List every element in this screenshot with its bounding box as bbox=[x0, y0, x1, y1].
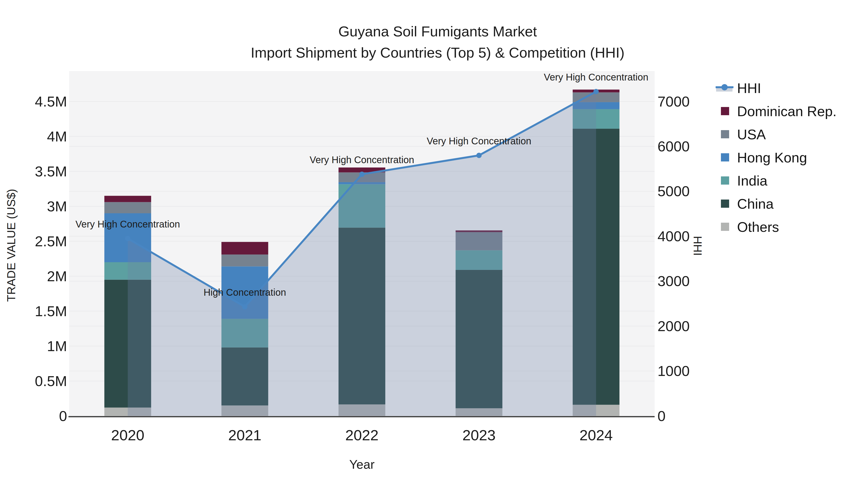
y-right-tick-2000: 2000 bbox=[657, 318, 689, 334]
legend-item-india[interactable]: India bbox=[716, 169, 837, 192]
y-axis-title-hhi: HHI bbox=[691, 236, 704, 256]
annotation-2021: High Concentration bbox=[204, 287, 286, 298]
legend-label-china: China bbox=[737, 196, 774, 212]
hhi-marker-2021 bbox=[242, 304, 247, 310]
y-left-tick-0: 0 bbox=[59, 408, 67, 424]
annotation-2023: Very High Concentration bbox=[427, 136, 531, 146]
y-left-tick-1.5M: 1.5M bbox=[35, 303, 67, 319]
y-left-tick-3M: 3M bbox=[47, 198, 67, 215]
chart-title-line2: Import Shipment by Countries (Top 5) & C… bbox=[7, 44, 868, 61]
hhi-marker-2024 bbox=[593, 89, 599, 94]
dominican-rep-swatch-icon bbox=[721, 107, 729, 115]
hhi-line-swatch-icon bbox=[716, 76, 737, 100]
hhi-marker-2020 bbox=[125, 236, 130, 241]
others-swatch-icon bbox=[721, 223, 729, 231]
y-right-tick-1000: 1000 bbox=[657, 363, 689, 379]
legend-item-others[interactable]: Others bbox=[716, 215, 837, 238]
y-left-tick-2.5M: 2.5M bbox=[35, 233, 67, 250]
y-right-tick-0: 0 bbox=[657, 408, 665, 424]
annotation-2022: Very High Concentration bbox=[310, 155, 414, 165]
x-tick-2022: 2022 bbox=[345, 427, 378, 444]
legend-item-hong-kong[interactable]: Hong Kong bbox=[716, 146, 837, 169]
bar-segment-dominican-rep--2021 bbox=[221, 242, 268, 255]
china-swatch-icon bbox=[721, 199, 729, 208]
x-tick-2023: 2023 bbox=[462, 427, 496, 444]
legend-item-usa[interactable]: USA bbox=[716, 123, 837, 146]
legend-label-hhi: HHI bbox=[737, 80, 761, 96]
x-axis-title-year: Year bbox=[349, 457, 374, 471]
x-tick-2021: 2021 bbox=[228, 427, 261, 444]
y-left-tick-3.5M: 3.5M bbox=[35, 163, 67, 180]
annotation-2024: Very High Concentration bbox=[544, 72, 648, 83]
y-left-tick-1M: 1M bbox=[47, 338, 67, 354]
x-tick-2024: 2024 bbox=[579, 427, 613, 444]
y-right-tick-3000: 3000 bbox=[657, 273, 689, 289]
legend-label-dominican-rep: Dominican Rep. bbox=[737, 103, 837, 119]
legend-item-china[interactable]: China bbox=[716, 192, 837, 215]
hong-kong-swatch-icon bbox=[721, 153, 729, 161]
usa-swatch-icon bbox=[721, 130, 729, 138]
legend-label-india: India bbox=[737, 172, 768, 189]
legend: HHI Dominican Rep. USA Hong Kong India C… bbox=[716, 76, 837, 238]
hhi-marker-dot bbox=[721, 84, 728, 90]
legend-item-hhi[interactable]: HHI bbox=[716, 76, 837, 100]
bar-segment-usa-2020 bbox=[104, 202, 151, 213]
y-axis-title-trade-value: TRADE VALUE (US$) bbox=[5, 189, 18, 302]
chart-canvas: Very High ConcentrationHigh Concentratio… bbox=[0, 0, 868, 488]
x-tick-2020: 2020 bbox=[111, 427, 145, 444]
bar-segment-usa-2021 bbox=[221, 255, 268, 266]
bar-segment-dominican-rep--2020 bbox=[104, 196, 151, 202]
y-right-tick-7000: 7000 bbox=[657, 94, 689, 110]
legend-label-others: Others bbox=[737, 219, 779, 235]
y-right-tick-5000: 5000 bbox=[657, 183, 689, 199]
y-left-tick-0.5M: 0.5M bbox=[35, 373, 67, 389]
y-right-tick-6000: 6000 bbox=[657, 138, 689, 155]
y-left-tick-2M: 2M bbox=[47, 268, 67, 284]
hhi-marker-2022 bbox=[359, 171, 365, 177]
y-right-tick-4000: 4000 bbox=[657, 228, 689, 245]
legend-label-hong-kong: Hong Kong bbox=[737, 150, 807, 166]
y-left-tick-4M: 4M bbox=[47, 128, 67, 144]
legend-item-dominican-rep[interactable]: Dominican Rep. bbox=[716, 100, 837, 123]
chart-title-line1: Guyana Soil Fumigants Market bbox=[7, 23, 868, 40]
y-left-tick-4.5M: 4.5M bbox=[35, 94, 67, 110]
legend-label-usa: USA bbox=[737, 126, 766, 142]
hhi-marker-2023 bbox=[476, 153, 482, 158]
annotation-2020: Very High Concentration bbox=[75, 219, 180, 229]
india-swatch-icon bbox=[721, 176, 729, 185]
